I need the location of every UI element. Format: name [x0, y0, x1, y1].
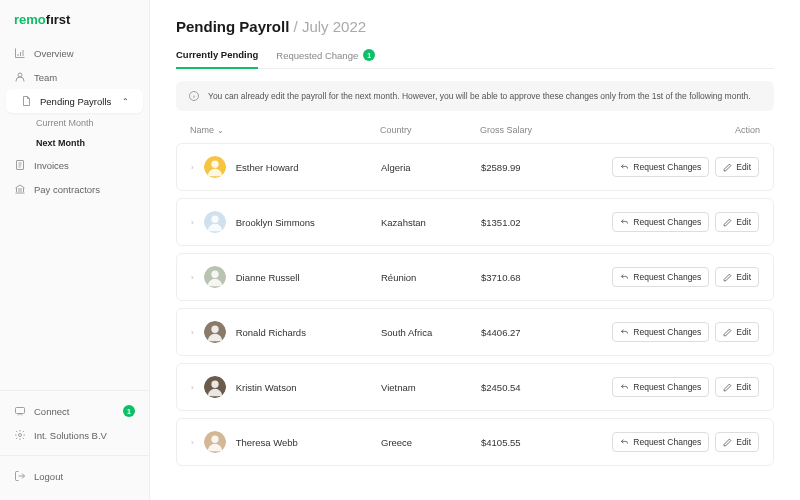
edit-button[interactable]: Edit: [715, 322, 759, 342]
nav-logout[interactable]: Logout: [0, 464, 149, 488]
employee-name: Ronald Richards: [236, 327, 306, 338]
country: Greece: [381, 437, 481, 448]
logo: remofırst: [0, 12, 149, 41]
pencil-icon: [723, 438, 732, 447]
country: Réunion: [381, 272, 481, 283]
salary: $4406.27: [481, 327, 591, 338]
undo-icon: [620, 383, 629, 392]
request-changes-button[interactable]: Request Changes: [612, 377, 709, 397]
chart-icon: [14, 47, 26, 59]
chevron-down-icon: ⌄: [217, 126, 224, 135]
expand-icon[interactable]: ›: [191, 383, 194, 392]
nav-overview[interactable]: Overview: [0, 41, 149, 65]
expand-icon[interactable]: ›: [191, 328, 194, 337]
nav-pay-contractors[interactable]: Pay contractors: [0, 177, 149, 201]
svg-point-0: [18, 73, 22, 77]
table-row: ›Dianne RussellRéunion$3710.68Request Ch…: [176, 253, 774, 301]
info-icon: [188, 90, 200, 102]
salary: $2589.99: [481, 162, 591, 173]
pencil-icon: [723, 163, 732, 172]
connect-badge: 1: [123, 405, 135, 417]
logout-icon: [14, 470, 26, 482]
nav-next-month[interactable]: Next Month: [0, 133, 149, 153]
page-title: Pending Payroll / July 2022: [176, 18, 774, 35]
salary: $1351.02: [481, 217, 591, 228]
undo-icon: [620, 163, 629, 172]
invoice-icon: [14, 159, 26, 171]
avatar: [204, 266, 226, 288]
svg-point-3: [19, 434, 22, 437]
country: South Africa: [381, 327, 481, 338]
expand-icon[interactable]: ›: [191, 218, 194, 227]
svg-point-10: [211, 271, 218, 278]
svg-rect-2: [16, 408, 25, 414]
undo-icon: [620, 218, 629, 227]
avatar: [204, 376, 226, 398]
employee-name: Dianne Russell: [236, 272, 300, 283]
chat-icon: [14, 405, 26, 417]
pencil-icon: [723, 328, 732, 337]
request-changes-button[interactable]: Request Changes: [612, 267, 709, 287]
table-header: Name ⌄ Country Gross Salary Action: [176, 125, 774, 143]
pencil-icon: [723, 218, 732, 227]
nav-pending-payrolls[interactable]: Pending Payrolls⌃: [6, 89, 143, 113]
edit-button[interactable]: Edit: [715, 432, 759, 452]
country: Vietnam: [381, 382, 481, 393]
request-changes-button[interactable]: Request Changes: [612, 322, 709, 342]
svg-point-12: [211, 326, 218, 333]
undo-icon: [620, 438, 629, 447]
col-name[interactable]: Name ⌄: [190, 125, 380, 135]
info-notice: You can already edit the payroll for the…: [176, 81, 774, 111]
edit-button[interactable]: Edit: [715, 212, 759, 232]
expand-icon[interactable]: ›: [191, 163, 194, 172]
svg-point-6: [211, 161, 218, 168]
edit-button[interactable]: Edit: [715, 267, 759, 287]
edit-button[interactable]: Edit: [715, 377, 759, 397]
document-icon: [20, 95, 32, 107]
edit-button[interactable]: Edit: [715, 157, 759, 177]
employee-name: Theresa Webb: [236, 437, 298, 448]
nav-team[interactable]: Team: [0, 65, 149, 89]
tab-currently-pending[interactable]: Currently Pending: [176, 49, 258, 69]
avatar: [204, 321, 226, 343]
tab-requested-change[interactable]: Requested Change1: [276, 49, 375, 68]
table-row: ›Ronald RichardsSouth Africa$4406.27Requ…: [176, 308, 774, 356]
country: Algeria: [381, 162, 481, 173]
undo-icon: [620, 273, 629, 282]
undo-icon: [620, 328, 629, 337]
user-icon: [14, 71, 26, 83]
chevron-up-icon: ⌃: [122, 97, 129, 106]
avatar: [204, 431, 226, 453]
pencil-icon: [723, 273, 732, 282]
expand-icon[interactable]: ›: [191, 273, 194, 282]
gear-icon: [14, 429, 26, 441]
employee-name: Kristin Watson: [236, 382, 297, 393]
bank-icon: [14, 183, 26, 195]
table-row: ›Brooklyn SimmonsKazahstan$1351.02Reques…: [176, 198, 774, 246]
country: Kazahstan: [381, 217, 481, 228]
pencil-icon: [723, 383, 732, 392]
salary: $2450.54: [481, 382, 591, 393]
requested-badge: 1: [363, 49, 375, 61]
avatar: [204, 211, 226, 233]
svg-point-8: [211, 216, 218, 223]
svg-point-14: [211, 381, 218, 388]
nav-current-month[interactable]: Current Month: [0, 113, 149, 133]
table-row: ›Kristin WatsonVietnam$2450.54Request Ch…: [176, 363, 774, 411]
employee-name: Brooklyn Simmons: [236, 217, 315, 228]
salary: $4105.55: [481, 437, 591, 448]
expand-icon[interactable]: ›: [191, 438, 194, 447]
table-row: ›Esther HowardAlgeria$2589.99Request Cha…: [176, 143, 774, 191]
salary: $3710.68: [481, 272, 591, 283]
nav-connect[interactable]: Connect1: [0, 399, 149, 423]
avatar: [204, 156, 226, 178]
svg-point-16: [211, 436, 218, 443]
request-changes-button[interactable]: Request Changes: [612, 157, 709, 177]
employee-name: Esther Howard: [236, 162, 299, 173]
nav-company[interactable]: Int. Solutions B.V: [0, 423, 149, 447]
table-row: ›Theresa WebbGreece$4105.55Request Chang…: [176, 418, 774, 466]
request-changes-button[interactable]: Request Changes: [612, 432, 709, 452]
request-changes-button[interactable]: Request Changes: [612, 212, 709, 232]
nav-invoices[interactable]: Invoices: [0, 153, 149, 177]
